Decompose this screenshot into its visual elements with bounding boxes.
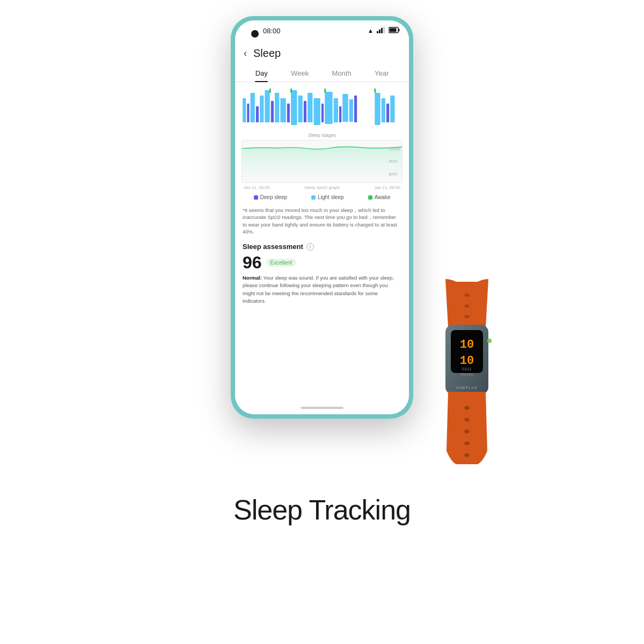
legend-row: Deep sleep Light sleep Awake xyxy=(235,191,409,203)
svg-point-37 xyxy=(464,294,470,297)
svg-rect-7 xyxy=(243,98,246,122)
svg-text:10: 10 xyxy=(460,338,474,352)
spo2-start-label: Jan 11, 00:00 xyxy=(244,185,269,190)
svg-rect-11 xyxy=(260,96,264,122)
svg-point-47 xyxy=(487,339,492,343)
legend-light-sleep: Light sleep xyxy=(311,194,343,200)
tabs-row: Day Week Month Year xyxy=(235,64,409,82)
battery-icon xyxy=(389,27,400,34)
svg-rect-21 xyxy=(313,98,320,125)
status-bar: 08:00 ▲ xyxy=(235,20,409,41)
svg-rect-15 xyxy=(280,98,286,122)
svg-rect-5 xyxy=(399,29,400,32)
svg-text:10: 10 xyxy=(460,354,474,368)
page-main-title: Sleep Tracking xyxy=(233,494,411,526)
svg-rect-36 xyxy=(374,89,376,93)
tab-month[interactable]: Month xyxy=(327,66,357,82)
svg-rect-14 xyxy=(275,93,279,122)
awake-dot xyxy=(368,195,372,200)
spo2-80: 80% xyxy=(389,172,400,177)
svg-rect-29 xyxy=(375,93,380,125)
svg-rect-13 xyxy=(271,101,274,122)
svg-rect-17 xyxy=(291,90,297,125)
svg-rect-10 xyxy=(256,106,259,122)
svg-point-51 xyxy=(464,442,470,445)
svg-rect-20 xyxy=(308,93,312,122)
devices-container: 08:00 ▲ xyxy=(107,16,537,483)
svg-rect-2 xyxy=(381,28,383,33)
phone-screen: 08:00 ▲ xyxy=(235,20,409,414)
svg-point-39 xyxy=(464,315,470,318)
svg-rect-28 xyxy=(354,96,357,122)
svg-rect-32 xyxy=(390,96,394,122)
svg-rect-35 xyxy=(324,89,326,93)
charts-area: Sleep stages xyxy=(235,82,409,190)
info-icon[interactable]: i xyxy=(306,243,314,251)
phone: 08:00 ▲ xyxy=(231,16,413,419)
svg-point-48 xyxy=(464,406,470,410)
svg-rect-34 xyxy=(290,89,292,93)
spo2-graph-label: Sleep SpO2 graph xyxy=(304,185,340,190)
spo2-chart-wrapper: 100% 90% 80% Jan 11, 00:00 Sleep SpO2 gr… xyxy=(241,140,402,190)
svg-rect-8 xyxy=(247,104,249,122)
score-badge: Excellent xyxy=(266,259,297,267)
light-sleep-label: Light sleep xyxy=(318,194,343,200)
status-time: 08:00 xyxy=(263,27,281,35)
wifi-icon: ▲ xyxy=(368,27,374,34)
spo2-end-label: Jan 11, 08:00 xyxy=(375,185,400,190)
page-wrapper: 08:00 ▲ xyxy=(0,0,644,644)
awake-label: Awake xyxy=(375,194,391,200)
svg-rect-22 xyxy=(321,104,324,122)
app-header: ‹ Sleep xyxy=(235,41,409,64)
svg-rect-33 xyxy=(269,89,271,93)
light-sleep-dot xyxy=(311,195,316,200)
deep-sleep-label: Deep sleep xyxy=(260,194,288,200)
svg-rect-16 xyxy=(287,104,290,122)
svg-point-38 xyxy=(464,304,470,308)
fitness-band: 10 10 01/11 Monday ONEPLUS xyxy=(408,279,526,483)
svg-rect-30 xyxy=(382,98,385,122)
svg-rect-24 xyxy=(334,98,338,122)
app-title: Sleep xyxy=(253,47,281,60)
bottom-nav-bar xyxy=(301,407,343,409)
signal-icon xyxy=(377,27,385,34)
tab-year[interactable]: Year xyxy=(369,66,394,82)
info-text: *It seems that you moved too much in you… xyxy=(235,203,409,238)
spo2-right-labels: 100% 90% 80% xyxy=(389,141,400,182)
assessment-title: Sleep assessment i xyxy=(243,243,401,251)
svg-point-52 xyxy=(464,453,470,457)
camera-hole xyxy=(251,30,259,38)
svg-rect-0 xyxy=(377,31,378,33)
svg-rect-9 xyxy=(251,93,255,122)
tab-week[interactable]: Week xyxy=(286,66,314,82)
svg-rect-3 xyxy=(383,27,385,33)
legend-deep-sleep: Deep sleep xyxy=(254,194,288,200)
svg-rect-12 xyxy=(265,90,269,122)
score-number: 96 xyxy=(243,254,262,271)
spo2-90: 90% xyxy=(389,159,400,164)
svg-point-49 xyxy=(464,418,470,422)
spo2-chart: 100% 90% 80% xyxy=(241,140,402,183)
score-row: 96 Excellent xyxy=(243,254,401,271)
legend-awake: Awake xyxy=(368,194,391,200)
page-title-section: Sleep Tracking xyxy=(233,483,411,531)
assessment-section: Sleep assessment i 96 Excellent Normal: … xyxy=(235,238,409,307)
svg-rect-19 xyxy=(304,101,306,122)
tab-day[interactable]: Day xyxy=(250,66,273,82)
svg-rect-27 xyxy=(349,99,353,122)
svg-rect-25 xyxy=(339,106,341,122)
svg-rect-18 xyxy=(298,96,303,122)
spo2-100: 100% xyxy=(389,147,400,151)
sleep-stages-label: Sleep stages xyxy=(241,133,402,138)
spo2-labels: Jan 11, 00:00 Sleep SpO2 graph Jan 11, 0… xyxy=(241,185,402,190)
svg-text:Monday: Monday xyxy=(460,372,474,377)
svg-rect-23 xyxy=(325,92,332,124)
sleep-stages-chart xyxy=(241,87,402,130)
back-button[interactable]: ‹ xyxy=(244,48,247,59)
svg-rect-1 xyxy=(379,30,380,33)
svg-rect-26 xyxy=(342,94,348,122)
svg-rect-31 xyxy=(386,104,389,122)
assessment-desc: Normal: Your sleep was sound. If you are… xyxy=(243,274,401,305)
status-icons: ▲ xyxy=(368,27,400,34)
svg-rect-6 xyxy=(390,28,397,32)
